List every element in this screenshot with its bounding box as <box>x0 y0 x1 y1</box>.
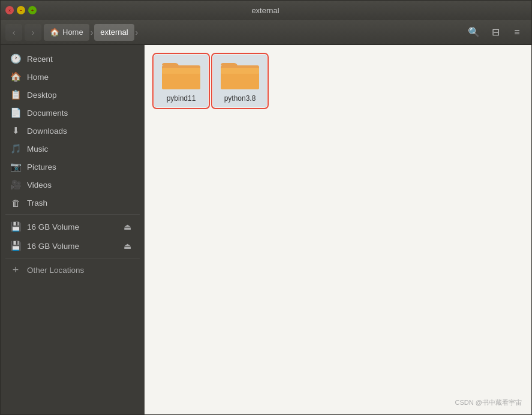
sidebar-label-documents: Documents <box>27 109 68 118</box>
folder-icon-python38 <box>221 59 259 92</box>
sidebar-item-music[interactable]: 🎵 Music <box>1 140 145 158</box>
toolbar: ‹ › 🏠 Home › external › 🔍 ⊟ ≡ <box>1 20 531 45</box>
sidebar-label-other-locations: Other Locations <box>27 266 84 275</box>
maximize-button[interactable]: + <box>28 6 37 14</box>
svg-rect-2 <box>162 68 200 74</box>
search-button[interactable]: 🔍 <box>464 23 483 42</box>
breadcrumb-external[interactable]: external <box>94 24 134 41</box>
file-item-python38[interactable]: python3.8 <box>213 55 267 107</box>
sidebar-item-vol2[interactable]: 💾 16 GB Volume ⏏ <box>1 236 145 255</box>
sidebar-label-home: Home <box>27 73 49 82</box>
breadcrumb-home[interactable]: 🏠 Home <box>44 24 89 41</box>
close-button[interactable]: × <box>5 6 14 14</box>
videos-icon: 🎥 <box>10 179 21 190</box>
file-name-pybind11: pybind11 <box>167 94 196 103</box>
breadcrumb-external-label: external <box>100 28 128 37</box>
search-icon: 🔍 <box>468 26 480 38</box>
sidebar-label-pictures: Pictures <box>27 163 56 172</box>
home-sidebar-icon: 🏠 <box>10 71 21 82</box>
file-area[interactable]: pybind11 python3.8 CSDN @书中藏看宇宙 <box>145 45 531 414</box>
file-name-python38: python3.8 <box>224 94 256 103</box>
eject-vol2-button[interactable]: ⏏ <box>120 240 135 252</box>
sidebar-label-desktop: Desktop <box>27 91 57 100</box>
breadcrumb-end-sep: › <box>136 28 139 37</box>
sidebar-item-documents[interactable]: 📄 Documents <box>1 104 145 122</box>
sidebar-label-videos: Videos <box>27 181 52 190</box>
sidebar-label-trash: Trash <box>27 199 47 208</box>
home-icon: 🏠 <box>50 28 59 37</box>
pictures-icon: 📷 <box>10 161 21 172</box>
other-locations-icon: + <box>10 264 21 275</box>
volume1-icon: 💾 <box>10 221 21 232</box>
window: × − + external ‹ › 🏠 Home › external › � <box>0 0 532 415</box>
window-title: external <box>40 6 491 15</box>
sidebar-item-home[interactable]: 🏠 Home <box>1 68 145 86</box>
sidebar-item-videos[interactable]: 🎥 Videos <box>1 176 145 194</box>
breadcrumb-separator: › <box>91 28 94 37</box>
sidebar-item-desktop[interactable]: 📋 Desktop <box>1 86 145 104</box>
breadcrumb-home-label: Home <box>62 28 83 37</box>
menu-icon: ≡ <box>514 27 519 38</box>
recent-icon: 🕐 <box>10 53 21 64</box>
volume2-icon: 💾 <box>10 240 21 251</box>
music-icon: 🎵 <box>10 143 21 154</box>
desktop-icon: 📋 <box>10 89 21 100</box>
sidebar-label-downloads: Downloads <box>27 127 67 136</box>
sidebar-divider-2 <box>5 258 140 258</box>
sidebar-item-vol1[interactable]: 💾 16 GB Volume ⏏ <box>1 217 145 236</box>
svg-rect-5 <box>221 68 259 74</box>
sidebar-divider-1 <box>5 214 140 215</box>
documents-icon: 📄 <box>10 107 21 118</box>
sidebar: 🕐 Recent 🏠 Home 📋 Desktop 📄 Documents ⬇ … <box>1 45 145 414</box>
file-item-pybind11[interactable]: pybind11 <box>154 55 208 107</box>
view-options-button[interactable]: ⊟ <box>486 23 505 42</box>
toolbar-actions: 🔍 ⊟ ≡ <box>464 23 527 42</box>
trash-icon: 🗑 <box>10 197 21 208</box>
sidebar-label-vol2: 16 GB Volume <box>27 242 79 251</box>
eject-vol1-button[interactable]: ⏏ <box>120 221 135 233</box>
folder-icon-pybind11 <box>162 59 200 92</box>
sidebar-item-other-locations[interactable]: + Other Locations <box>1 261 145 279</box>
main-area: 🕐 Recent 🏠 Home 📋 Desktop 📄 Documents ⬇ … <box>1 45 531 414</box>
file-grid: pybind11 python3.8 <box>154 55 522 107</box>
titlebar: × − + external <box>1 1 531 20</box>
sidebar-item-downloads[interactable]: ⬇ Downloads <box>1 122 145 140</box>
view-options-icon: ⊟ <box>492 26 500 38</box>
back-button[interactable]: ‹ <box>5 24 22 41</box>
sidebar-item-trash[interactable]: 🗑 Trash <box>1 194 145 212</box>
sidebar-item-pictures[interactable]: 📷 Pictures <box>1 158 145 176</box>
menu-button[interactable]: ≡ <box>507 23 527 42</box>
forward-icon: › <box>32 28 35 37</box>
window-controls: × − + <box>5 6 37 14</box>
back-icon: ‹ <box>13 28 16 37</box>
downloads-icon: ⬇ <box>10 125 21 136</box>
watermark: CSDN @书中藏看宇宙 <box>455 398 522 407</box>
sidebar-label-music: Music <box>27 145 48 154</box>
sidebar-item-recent[interactable]: 🕐 Recent <box>1 50 145 68</box>
sidebar-label-vol1: 16 GB Volume <box>27 222 79 231</box>
breadcrumb-bar: 🏠 Home › external › <box>44 24 462 41</box>
minimize-button[interactable]: − <box>17 6 25 14</box>
forward-button[interactable]: › <box>25 24 41 41</box>
sidebar-label-recent: Recent <box>27 55 53 64</box>
